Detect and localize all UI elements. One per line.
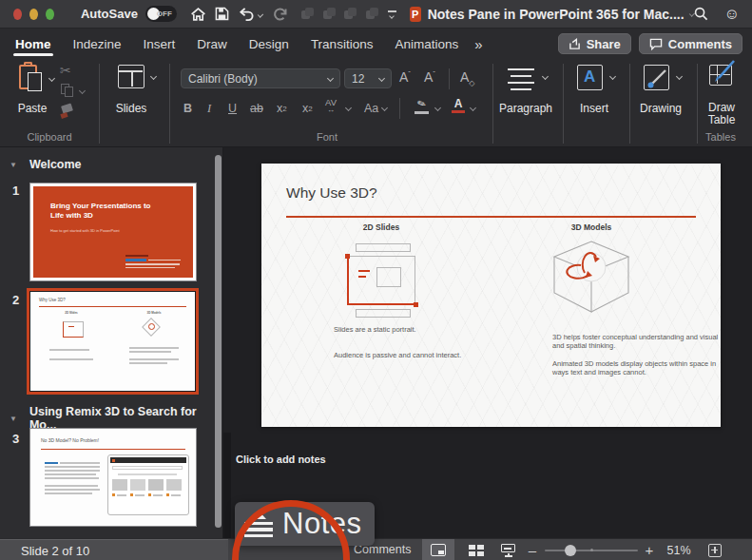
autosave-label: AutoSave [81,7,138,21]
paragraph-label: Paragraph [492,102,559,115]
share-button[interactable]: Share [558,33,631,54]
tab-draw[interactable]: Draw [195,31,229,57]
2d-slides-graphic[interactable] [345,243,421,323]
sidebar-scrollbar[interactable] [215,155,222,528]
slide-canvas: Why Use 3D? 2D Slides 3D Models [223,147,752,538]
minimize-window-button[interactable] [29,9,38,20]
collapse-triangle-icon[interactable]: ▼ [10,415,17,423]
slide-left-heading[interactable]: 2D Slides [315,222,448,232]
insert-text-icon[interactable]: A [577,65,603,90]
zoom-window-button[interactable] [46,9,54,20]
draw-table-icon[interactable] [709,63,734,87]
font-color-chevron[interactable] [470,105,476,111]
drawing-dropdown-chevron[interactable] [676,73,683,80]
text-highlight-chevron[interactable] [434,105,441,111]
copy-dropdown-chevron [79,87,86,94]
slide-left-text[interactable]: Slides are a static portrait. Audience i… [334,325,491,359]
character-spacing-chevron[interactable] [345,105,352,111]
redo-icon[interactable] [273,7,288,22]
section-header-welcome[interactable]: ▼ Welcome [10,158,82,171]
insert-label: Insert [567,102,622,115]
subscript-button[interactable]: x2 [302,99,313,118]
slide-title[interactable]: Why Use 3D? [286,184,377,202]
undo-icon[interactable] [239,7,255,21]
strikethrough-button[interactable]: ab [250,99,263,118]
tab-transitions[interactable]: Transitions [309,31,376,57]
normal-view-button[interactable] [422,539,454,560]
paragraph-icon[interactable] [508,67,536,91]
slide-thumbnail-panel: ▼ Welcome 1 Bring Your Presentations to … [0,147,223,538]
ribbon-tab-bar: Home Indezine Insert Draw Design Transit… [0,29,752,59]
new-slide-icon[interactable] [118,65,145,88]
slide-3-thumbnail[interactable]: No 3D Model? No Problem! [29,428,197,527]
slide-3-number: 3 [12,432,19,446]
tabs-overflow-chevron[interactable]: » [474,36,482,52]
tab-indezine[interactable]: Indezine [71,31,124,57]
zoom-out-button[interactable]: – [525,539,540,560]
toolbar-overflow-icon[interactable] [388,10,396,18]
character-spacing-button[interactable]: AV↔ [325,99,337,118]
font-name-select[interactable]: Calibri (Body) [181,68,340,88]
drawing-icon[interactable] [644,65,669,90]
notes-placeholder[interactable]: Click to add notes [236,454,326,465]
autosave-toggle[interactable]: OFF [145,6,177,22]
collapse-triangle-icon[interactable]: ▼ [10,161,17,169]
share-icon [569,38,581,50]
underline-button[interactable]: U [228,99,237,118]
zoom-slider-thumb[interactable] [565,545,576,556]
paste-dropdown-chevron[interactable] [48,75,55,82]
insert-dropdown-chevron[interactable] [609,73,616,80]
slide-indicator: Slide 2 of 10 [21,544,89,558]
ribbon: Paste ✂ Clipboard Slides Calibri (Body) … [0,59,752,147]
slide-3-thumb-tablet [107,454,189,515]
shrink-font-button[interactable]: Aˇ [424,69,435,85]
paste-button[interactable] [17,63,48,97]
status-bar: Slide 2 of 10 Comments – + 51% [0,538,752,560]
tab-insert[interactable]: Insert [142,31,178,57]
text-highlight-button[interactable]: ✎ [415,98,429,114]
document-title[interactable]: Notes Pane in PowerPoint 365 for Mac.... [428,7,685,22]
toolbar-disabled-icon-2 [323,8,333,20]
tab-design[interactable]: Design [247,31,291,57]
slide-show-button[interactable] [494,539,523,560]
tab-animations[interactable]: Animations [393,31,460,57]
notes-button-magnified[interactable]: Notes [235,502,375,546]
italic-button[interactable]: I [207,99,211,118]
zoom-slider-midpoint [590,549,593,551]
zoom-in-button[interactable]: + [642,539,657,560]
account-smiley-icon[interactable]: ☺ [724,6,740,23]
font-size-select[interactable]: 12 [344,68,392,88]
clear-formatting-button[interactable]: A◇ [460,69,475,87]
bold-button[interactable]: B [183,99,192,118]
slide-editor[interactable]: Why Use 3D? 2D Slides 3D Models [261,164,721,427]
change-case-button[interactable]: Aa [364,99,378,118]
search-icon[interactable] [694,7,708,21]
home-quick-icon[interactable] [190,7,206,22]
slide-1-thumbnail[interactable]: Bring Your Presentations to Life with 3D… [29,183,197,281]
paragraph-dropdown-chevron[interactable] [542,73,549,80]
grow-font-button[interactable]: Aˆ [399,69,411,85]
slide-sorter-view-button[interactable] [462,539,491,560]
3d-cube-graphic[interactable] [547,236,637,319]
title-bar: AutoSave OFF P Notes Pane in PowerPoint … [0,0,752,29]
notes-pane-edge [223,433,231,538]
superscript-button[interactable]: x2 [277,99,287,118]
slide-1-thumb-title: Bring Your Presentations to Life with 3D [50,202,160,221]
tab-home[interactable]: Home [13,31,53,57]
slide-right-text[interactable]: 3D helps foster conceptual understanding… [552,333,723,377]
close-window-button[interactable] [13,9,22,20]
notes-button-label: Notes [282,507,361,541]
slide-2-thumbnail-selected[interactable]: Why Use 3D? 2D Slides 3D Models [27,288,199,395]
font-color-button[interactable]: A [452,98,465,113]
slides-dropdown-chevron[interactable] [150,73,157,80]
copy-icon [61,84,73,97]
slide-1-number: 1 [12,183,19,198]
undo-dropdown-chevron[interactable] [258,11,263,17]
zoom-level[interactable]: 51% [663,539,695,560]
save-icon[interactable] [215,7,229,21]
fit-slide-to-window-button[interactable] [704,539,726,560]
change-case-chevron[interactable] [381,105,388,111]
slide-right-heading[interactable]: 3D Models [525,222,658,232]
slide-3-thumb-title: No 3D Model? No Problem! [41,437,99,443]
comments-button[interactable]: Comments [639,33,742,54]
